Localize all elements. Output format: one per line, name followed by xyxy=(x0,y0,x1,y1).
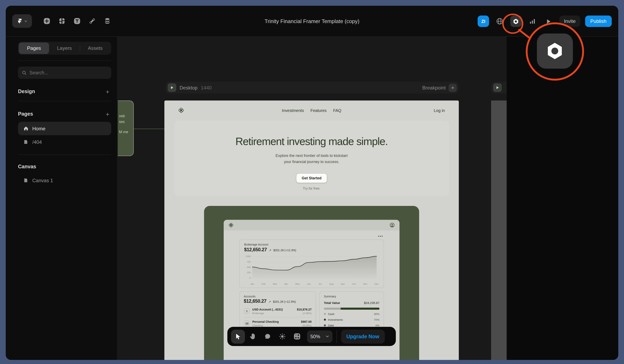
brokerage-delta: $201.28 (+12.3%) xyxy=(273,249,296,252)
chart-card-title: Brokerage Account xyxy=(244,243,379,246)
framer-app-window: Trinity Financial Framer Template (copy)… xyxy=(6,6,618,360)
comment-tool-button[interactable] xyxy=(260,329,274,343)
globe-button[interactable] xyxy=(494,16,505,27)
month-label: Sep xyxy=(341,283,345,285)
project-title: Trinity Financial Framer Template (copy) xyxy=(264,18,360,24)
canvas-section-label: Canvas xyxy=(18,164,36,170)
month-label: Dec xyxy=(375,283,379,285)
zoom-level: 50% xyxy=(310,334,320,339)
page-icon xyxy=(23,140,28,144)
sidebar-item-404[interactable]: /404 xyxy=(18,135,111,149)
sidebar-item-canvas1[interactable]: Canvas 1 xyxy=(18,174,111,187)
svg-text:500: 500 xyxy=(247,266,251,269)
month-label: Oct xyxy=(352,283,356,285)
insert-plus-button[interactable] xyxy=(41,15,52,27)
brokerage-value: $12,650.27 xyxy=(244,247,267,252)
frame-play-button[interactable] xyxy=(168,83,176,92)
design-section-label: Design xyxy=(18,89,35,94)
account-user-icon[interactable] xyxy=(390,223,395,228)
add-design-button[interactable]: + xyxy=(104,88,111,95)
insert-tools xyxy=(41,15,113,27)
nav-link-investments[interactable]: Investments xyxy=(282,108,304,113)
sidebar-item-home[interactable]: Home xyxy=(18,122,111,135)
layout-tool-button[interactable] xyxy=(56,15,67,27)
cms-tool-button[interactable] xyxy=(102,15,113,27)
total-value-label: Total Value xyxy=(324,301,340,305)
sidebar-item-label: Home xyxy=(32,126,45,131)
sidebar-divider xyxy=(18,60,111,61)
tab-pages[interactable]: Pages xyxy=(19,43,49,54)
settings-button[interactable] xyxy=(510,16,522,27)
allocation-segment-cash xyxy=(324,308,341,310)
allocation-bar xyxy=(324,308,379,310)
dashboard-menu-dots[interactable]: ••• xyxy=(224,231,399,238)
text-tool-button[interactable] xyxy=(71,15,83,27)
desktop-frame[interactable]: Investments Features FAQ Log in Retireme… xyxy=(164,100,459,360)
currency-icon: $ xyxy=(244,308,250,314)
page-icon xyxy=(23,178,28,183)
add-page-button[interactable]: + xyxy=(104,110,111,118)
frame-play-button[interactable] xyxy=(493,83,502,92)
select-tool-button[interactable] xyxy=(231,329,245,343)
search-icon xyxy=(22,71,26,75)
month-label: Jun xyxy=(307,283,311,285)
tab-layers[interactable]: Layers xyxy=(49,43,80,54)
analytics-button[interactable] xyxy=(527,16,538,27)
brokerage-chart-card: Brokerage Account $12,650.27 ↗ $201.28 (… xyxy=(239,240,384,288)
get-started-button[interactable]: Get Started xyxy=(296,173,327,183)
add-breakpoint-button[interactable]: + xyxy=(449,84,457,92)
nav-link-faq[interactable]: FAQ xyxy=(333,108,341,113)
user-avatar[interactable]: ZI xyxy=(478,16,489,27)
trend-up-icon: ↗ xyxy=(268,300,271,304)
try-free-label: Try for free. xyxy=(174,187,449,191)
home-icon xyxy=(23,126,28,131)
search-box xyxy=(18,67,111,79)
legend-row-cash: Cash 30% xyxy=(324,313,379,315)
month-label: Feb xyxy=(261,283,266,285)
theme-sun-button[interactable] xyxy=(275,329,289,343)
month-label: Jan xyxy=(250,283,254,285)
pages-section-label: Pages xyxy=(18,111,33,117)
offscreen-note-card: veb ses M me xyxy=(118,100,134,156)
upgrade-now-button[interactable]: Upgrade Now xyxy=(341,329,385,343)
breakpoint-width-value[interactable]: 1440 xyxy=(201,85,212,91)
chevron-down-icon xyxy=(325,335,329,338)
cash-dot xyxy=(324,313,326,315)
plugins-shapes-button[interactable] xyxy=(290,329,304,343)
tab-assets[interactable]: Assets xyxy=(80,43,110,54)
design-canvas[interactable]: veb ses M me Desktop 1440 Breakpoint + xyxy=(117,37,618,360)
breakpoint-bar-desktop: Desktop 1440 Breakpoint + xyxy=(166,82,459,94)
zoom-select[interactable]: 50% xyxy=(307,330,333,342)
publish-button[interactable]: Publish xyxy=(585,16,612,27)
svg-text:0: 0 xyxy=(249,277,251,279)
connector-line xyxy=(134,129,164,129)
sidebar-tabs: Pages Layers Assets xyxy=(18,42,111,55)
framer-menu-button[interactable] xyxy=(12,14,32,28)
toolbar-divider xyxy=(337,330,337,343)
left-sidebar: Pages Layers Assets Design + Pages + xyxy=(6,37,117,360)
vector-tool-button[interactable] xyxy=(86,15,98,27)
dashboard-topbar xyxy=(224,220,399,231)
accounts-delta: $201.28 (+12.3%) xyxy=(273,300,296,303)
site-header: Investments Features FAQ Log in xyxy=(164,100,459,120)
canvas-section-header: Canvas xyxy=(18,164,111,170)
chevron-down-icon xyxy=(24,19,27,23)
top-right-controls: ZI Invite Publish xyxy=(478,6,612,37)
pan-hand-button[interactable] xyxy=(246,329,260,343)
month-label: Nov xyxy=(363,283,367,285)
secondary-frame-partial[interactable] xyxy=(491,100,507,360)
sidebar-item-label: /404 xyxy=(32,139,42,145)
trend-up-icon: ↗ xyxy=(269,249,271,252)
preview-play-button[interactable] xyxy=(543,16,554,27)
breakpoint-device-label[interactable]: Desktop xyxy=(180,85,198,91)
cash-icon xyxy=(244,320,250,327)
invite-button[interactable]: Invite xyxy=(559,16,580,27)
design-section-header: Design + xyxy=(18,88,111,95)
login-link[interactable]: Log in xyxy=(434,108,445,113)
account-row[interactable]: $ USD Account (...4231) Brokerage $10,87… xyxy=(244,305,312,318)
site-logo-icon xyxy=(178,107,184,113)
search-input[interactable] xyxy=(29,70,107,75)
hero-heading: Retirement investing made simple. xyxy=(174,135,449,148)
month-label: May xyxy=(295,283,300,285)
nav-link-features[interactable]: Features xyxy=(310,108,327,113)
